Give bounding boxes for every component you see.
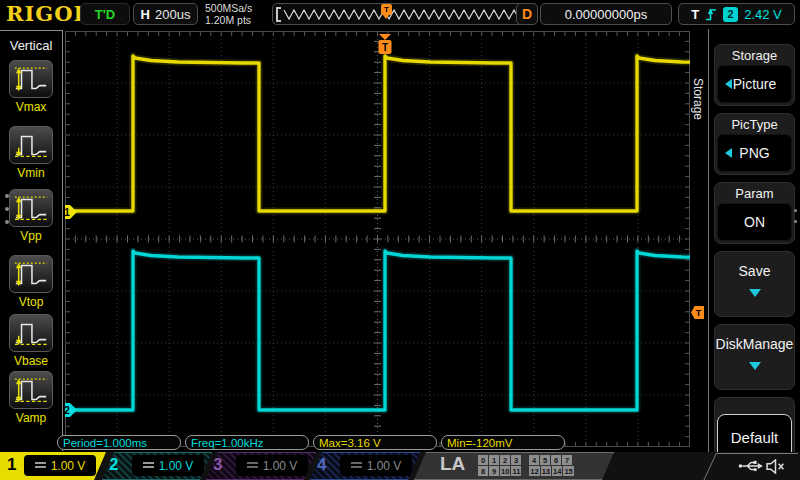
group-label: Param — [717, 185, 792, 203]
la-digit: 11 — [511, 466, 521, 476]
channel-status-bar: 1 1.00 V 2 1.00 V 3 1.00 V 4 1.00 V — [0, 452, 800, 480]
menu-item-vmin[interactable]: Vmin — [9, 126, 53, 180]
la-digit: 8 — [478, 466, 488, 476]
la-digital-channels: 0 1 2 3 4 5 6 7 8 9 10 11 12 13 14 — [478, 455, 575, 477]
acquisition-info: 500MSa/s 1.20M pts — [205, 3, 252, 26]
svg-text:2: 2 — [65, 405, 70, 416]
la-digit: 9 — [489, 466, 499, 476]
dc-coupling-icon — [143, 462, 154, 470]
vertical-measure-menu: Vertical Vmax Vmin Vpp Vtop Vbase — [0, 30, 63, 451]
pictype-button[interactable]: PNG — [717, 134, 792, 172]
la-digit: 7 — [562, 455, 572, 465]
save-button[interactable]: Save — [717, 254, 792, 314]
trigger-status-badge: T'D — [80, 3, 130, 25]
storage-type-value: Picture — [733, 76, 777, 92]
channel-scale: 1.00 V — [51, 459, 86, 473]
channel-scale: 1.00 V — [263, 459, 298, 473]
menu-tab-storage: Storage — [690, 75, 706, 123]
ch1-position-marker[interactable]: 1 — [65, 205, 77, 219]
channel-scale-box: 1.00 V — [340, 455, 412, 476]
dc-coupling-icon — [247, 462, 258, 470]
la-digit: 14 — [552, 466, 562, 476]
svg-text:T: T — [382, 42, 388, 53]
trigger-position-marker[interactable]: T — [379, 34, 392, 54]
channel-1-status[interactable]: 1 1.00 V — [0, 452, 106, 480]
sample-rate: 500MSa/s — [205, 3, 252, 15]
menu-item-label: Vbase — [9, 354, 53, 368]
footer-divider — [703, 453, 717, 480]
group-label: Storage — [717, 47, 792, 65]
la-digit: 0 — [478, 455, 488, 465]
channel-scale: 1.00 V — [159, 459, 194, 473]
la-digit: 2 — [500, 455, 510, 465]
group-param: Param ON — [714, 182, 795, 244]
la-label: LA — [440, 453, 465, 475]
usb-icon — [738, 459, 764, 473]
la-digit: 6 — [551, 455, 561, 465]
menu-item-label: Vtop — [9, 295, 53, 309]
group-storage: Storage Picture — [714, 44, 795, 106]
menu-scroll-dots — [5, 194, 9, 233]
menu-item-label: Vpp — [9, 229, 53, 243]
vmax-icon — [9, 60, 53, 98]
preview-waveform — [274, 4, 528, 24]
menu-item-vbase[interactable]: Vbase — [9, 314, 53, 368]
save-label: Save — [739, 263, 771, 279]
menu-page-dots — [794, 209, 797, 231]
trigger-level-marker[interactable]: T — [691, 306, 704, 319]
menu-item-vpp[interactable]: Vpp — [9, 189, 53, 243]
la-digit: 10 — [500, 466, 510, 476]
storage-menu-panel: Storage Picture PicType PNG Param ON — [708, 29, 800, 452]
main-area: Vertical Vmax Vmin Vpp Vtop Vbase — [0, 29, 800, 452]
measurement-period: Period=1.000ms — [57, 435, 181, 450]
group-pictype: PicType PNG — [714, 113, 795, 175]
la-digit: 15 — [563, 466, 573, 476]
vtop-icon — [9, 255, 53, 293]
channel-number: 3 — [213, 455, 222, 475]
down-arrow-icon — [749, 362, 761, 370]
storage-type-button[interactable]: Picture — [717, 65, 792, 103]
left-arrow-icon — [725, 148, 732, 158]
menu-item-label: Vamp — [9, 411, 53, 425]
timebase-value: 200us — [155, 7, 190, 22]
channel-4-status[interactable]: 4 1.00 V — [310, 452, 420, 480]
down-arrow-icon — [749, 289, 761, 297]
horizontal-label: H — [141, 7, 150, 22]
logic-analyzer-status[interactable]: LA 0 1 2 3 4 5 6 7 8 9 10 11 12 — [414, 452, 614, 480]
ch2-position-marker[interactable]: 2 — [65, 403, 77, 417]
measurement-readouts: Period=1.000ms Freq=1.00kHz Max=3.16 V M… — [0, 435, 710, 451]
group-label: PicType — [717, 116, 792, 134]
dc-coupling-icon — [351, 462, 362, 470]
svg-text:1: 1 — [65, 207, 70, 218]
menu-item-vmax[interactable]: Vmax — [9, 60, 53, 114]
menu-item-vtop[interactable]: Vtop — [9, 255, 53, 309]
param-toggle-button[interactable]: ON — [717, 203, 792, 241]
left-arrow-icon — [725, 79, 732, 89]
channel-scale-box: 1.00 V — [132, 455, 204, 476]
delay-value-box: 0.00000000ps — [540, 3, 672, 25]
channel-3-status[interactable]: 3 1.00 V — [206, 452, 316, 480]
menu-item-label: Vmax — [9, 100, 53, 114]
waveform-preview-strip: T — [272, 3, 530, 25]
channel-scale-box: 1.00 V — [24, 455, 96, 476]
menu-item-vamp[interactable]: Vamp — [9, 371, 53, 425]
group-save: Save — [714, 251, 795, 317]
preview-trigger-position-icon[interactable]: T — [381, 4, 392, 15]
channel-2-status[interactable]: 2 1.00 V — [102, 452, 212, 480]
pictype-value: PNG — [739, 145, 769, 161]
rigol-logo: RIGOL — [6, 1, 89, 26]
vmin-icon — [9, 126, 53, 164]
group-diskmanage: DiskManage — [714, 324, 795, 390]
la-digit: 3 — [511, 455, 521, 465]
trigger-level-value: 2.42 V — [744, 7, 782, 22]
rising-edge-icon — [705, 6, 717, 22]
horizontal-timebase-box: H 200us — [133, 3, 198, 25]
channel-number: 2 — [109, 455, 118, 475]
measurement-max: Max=3.16 V — [313, 435, 437, 450]
channel-scale: 1.00 V — [367, 459, 402, 473]
la-digit: 12 — [529, 466, 539, 476]
scope-display: 12T — [65, 31, 690, 447]
diskmanage-label: DiskManage — [716, 336, 794, 352]
diskmanage-button[interactable]: DiskManage — [717, 327, 792, 387]
la-digit: 5 — [540, 455, 550, 465]
